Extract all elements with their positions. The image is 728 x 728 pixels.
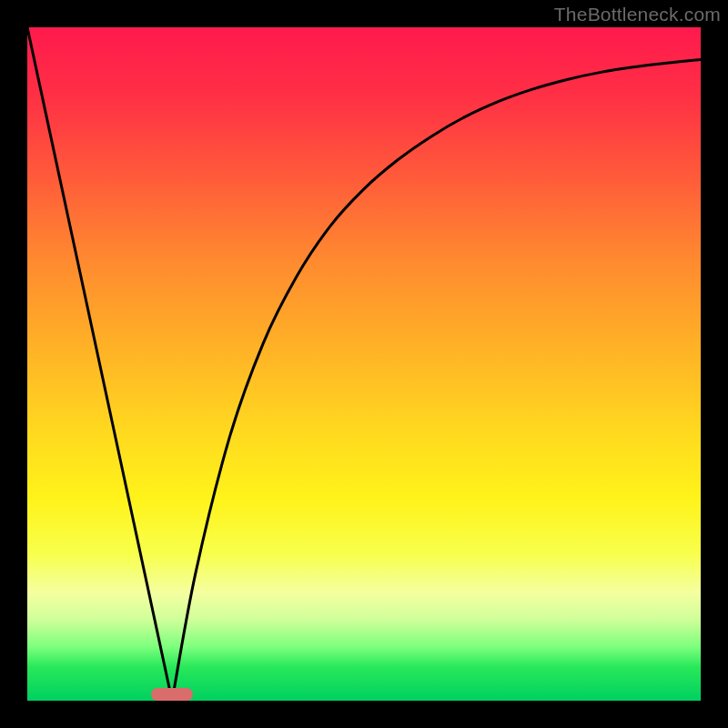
chart-frame: TheBottleneck.com xyxy=(0,0,728,728)
watermark-text: TheBottleneck.com xyxy=(554,4,721,25)
right-curve-path xyxy=(172,60,701,702)
left-line-path xyxy=(27,27,172,701)
min-marker xyxy=(151,688,193,701)
curve-layer xyxy=(27,27,701,701)
plot-area xyxy=(27,27,701,701)
